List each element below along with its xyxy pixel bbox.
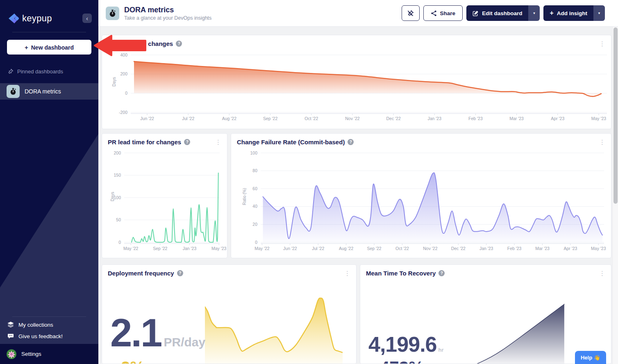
settings-menu-item[interactable]: Settings: [0, 344, 98, 364]
svg-text:Jun '22: Jun '22: [140, 116, 154, 121]
svg-text:Feb '23: Feb '23: [507, 246, 522, 251]
svg-text:Oct '22: Oct '22: [395, 246, 409, 251]
main-area: DORA metrics Take a glance at your DevOp…: [98, 0, 618, 364]
help-icon[interactable]: ?: [177, 270, 183, 276]
mttr-sparkline: [475, 302, 567, 364]
scrollbar-thumb[interactable]: [613, 27, 618, 204]
card-lead-time-for-changes: Lead time for changes ? ⋮ Days 4002000-2…: [102, 35, 611, 129]
svg-text:Jan '23: Jan '23: [428, 116, 442, 121]
sidebar-item-label: DORA metrics: [25, 88, 61, 95]
svg-text:40: 40: [252, 204, 257, 209]
add-insight-button[interactable]: + Add insight: [543, 5, 593, 21]
page-title: DORA metrics: [124, 6, 211, 14]
pin-icon: [7, 68, 14, 75]
svg-text:200: 200: [120, 71, 127, 76]
svg-text:150: 150: [114, 173, 121, 177]
help-button[interactable]: Help 👋: [575, 351, 606, 364]
card-deployment-frequency: Deployment frequency ? ⋮ 2.1 PR/day 2%: [102, 264, 357, 364]
speech-bubble-icon: [7, 333, 14, 339]
svg-text:100: 100: [114, 195, 121, 200]
svg-text:May '23: May '23: [211, 246, 227, 251]
svg-text:Nov '22: Nov '22: [345, 116, 359, 121]
y-axis-label: Days: [110, 187, 115, 207]
deployment-frequency-value: 2.1: [110, 313, 161, 353]
keypup-logo-icon: [7, 12, 19, 25]
app-window: keypup ‹ +New dashboard Pinned dashboard…: [0, 0, 618, 364]
card-title: Change Failure Rate (Commit-based): [237, 139, 345, 146]
help-icon[interactable]: ?: [348, 139, 354, 145]
svg-text:Oct '22: Oct '22: [304, 116, 318, 121]
edit-icon: [473, 10, 479, 16]
card-mean-time-to-recovery: Mean Time To Recovery ? ⋮ 4,199.6 hr 473…: [360, 264, 611, 364]
change-failure-rate-chart: 100806040200May '22Jun '22Jul '22Aug '22…: [231, 134, 611, 258]
sidebar: keypup ‹ +New dashboard Pinned dashboard…: [0, 0, 98, 364]
share-button[interactable]: Share: [423, 5, 463, 21]
svg-text:Aug '22: Aug '22: [339, 246, 353, 251]
svg-text:0: 0: [255, 240, 257, 245]
sidebar-item-dora-metrics[interactable]: DORA metrics: [0, 83, 98, 100]
edit-dashboard-button[interactable]: Edit dashboard: [466, 5, 528, 21]
vertical-scrollbar[interactable]: [612, 27, 618, 364]
svg-text:Mar '23: Mar '23: [535, 246, 550, 251]
help-icon[interactable]: ?: [184, 139, 190, 145]
dashboard-header: DORA metrics Take a glance at your DevOp…: [98, 0, 618, 27]
new-dashboard-button[interactable]: +New dashboard: [7, 40, 91, 55]
svg-text:Dec '22: Dec '22: [451, 246, 466, 251]
svg-text:Apr '23: Apr '23: [563, 246, 577, 251]
help-icon[interactable]: ?: [176, 41, 182, 47]
y-axis-label: Ratio (%): [242, 185, 247, 208]
lead-time-chart: 4002000-200Jun '22Jul '22Aug '22Sep '22O…: [102, 35, 611, 129]
svg-text:Apr '23: Apr '23: [551, 116, 564, 121]
svg-text:Aug '22: Aug '22: [222, 116, 236, 121]
svg-text:Sep '22: Sep '22: [367, 246, 381, 251]
deployment-frequency-delta: 2%: [121, 359, 145, 364]
svg-text:Jun '22: Jun '22: [283, 246, 297, 251]
svg-text:-200: -200: [119, 110, 127, 115]
sidebar-divider: [12, 32, 86, 32]
deployment-frequency-sparkline: [205, 293, 343, 364]
card-menu-icon[interactable]: ⋮: [213, 138, 224, 146]
add-insight-split-button: + Add insight ▾: [543, 5, 605, 21]
plus-icon: +: [550, 9, 553, 17]
card-menu-icon[interactable]: ⋮: [597, 40, 608, 48]
feedback-link[interactable]: Give us feedback!: [7, 333, 63, 339]
svg-text:80: 80: [252, 168, 257, 173]
stopwatch-icon: [7, 85, 20, 98]
help-icon[interactable]: ?: [439, 270, 445, 276]
y-axis-label: Days: [112, 72, 116, 92]
pin-off-icon: [407, 10, 414, 17]
pr-lead-time-chart: 200150100500May '22Sep '22Jan '23May '23: [102, 134, 227, 258]
dashboard-stopwatch-icon: [106, 7, 119, 20]
share-icon: [431, 10, 437, 16]
svg-text:60: 60: [252, 186, 257, 191]
edit-dashboard-split-button: Edit dashboard ▾: [466, 5, 540, 21]
svg-text:20: 20: [252, 222, 257, 227]
dashboard-content: Lead time for changes ? ⋮ Days 4002000-2…: [98, 27, 618, 364]
card-change-failure-rate: Change Failure Rate (Commit-based) ? ⋮ R…: [231, 133, 611, 258]
sidebar-diagonal-decoration: [0, 0, 98, 364]
logo: keypup ‹: [7, 12, 92, 25]
card-menu-icon[interactable]: ⋮: [342, 269, 353, 277]
plus-icon: +: [25, 44, 28, 51]
pinned-dashboards-section-label: Pinned dashboards: [7, 68, 63, 75]
mttr-delta: 473%: [380, 359, 424, 364]
svg-text:400: 400: [120, 52, 127, 57]
card-menu-icon[interactable]: ⋮: [597, 138, 608, 146]
edit-dashboard-dropdown-caret[interactable]: ▾: [528, 5, 540, 21]
user-avatar: [7, 349, 16, 359]
svg-text:0: 0: [118, 240, 121, 245]
svg-text:Dec '22: Dec '22: [386, 116, 400, 121]
svg-text:100: 100: [250, 150, 257, 155]
sidebar-bottom-divider: [12, 316, 86, 317]
svg-text:Jan '23: Jan '23: [479, 246, 493, 251]
svg-text:Nov '22: Nov '22: [423, 246, 437, 251]
my-collections-link[interactable]: My collections: [7, 321, 53, 328]
card-pr-lead-time: PR lead time for changes ? ⋮ Days 200150…: [102, 133, 227, 258]
card-menu-icon[interactable]: ⋮: [597, 269, 608, 277]
sidebar-collapse-button[interactable]: ‹: [82, 14, 92, 23]
add-insight-dropdown-caret[interactable]: ▾: [593, 5, 605, 21]
card-title: Mean Time To Recovery: [366, 270, 436, 277]
svg-text:May '23: May '23: [591, 116, 607, 121]
unpin-dashboard-button[interactable]: [402, 5, 420, 21]
layers-icon: [7, 321, 14, 328]
